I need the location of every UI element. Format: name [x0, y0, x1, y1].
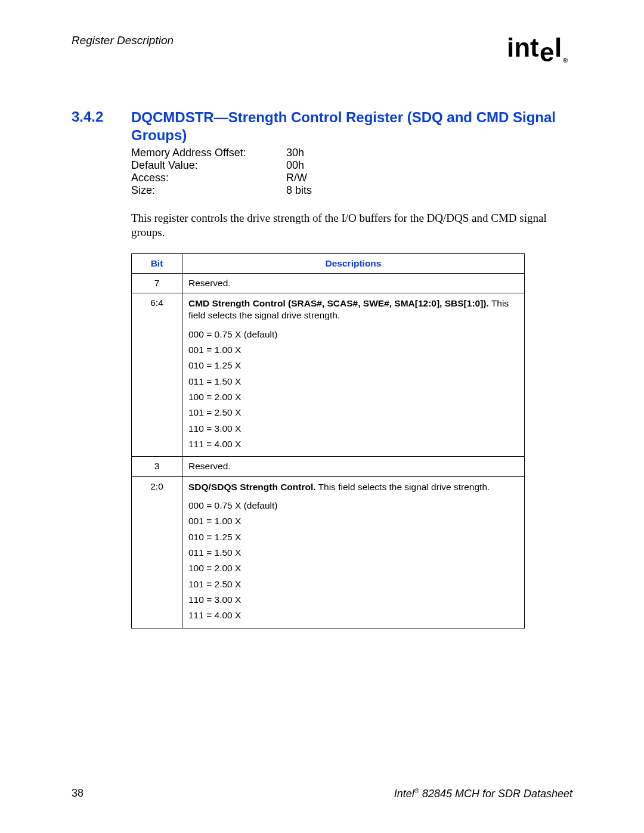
- value-line: 001 = 1.00 X: [188, 513, 518, 529]
- doc-prefix: Intel: [394, 788, 414, 800]
- section-number: 3.4.2: [72, 109, 131, 125]
- table-row: 7Reserved.: [132, 273, 525, 293]
- value-line: 001 = 1.00 X: [188, 342, 518, 358]
- bit-cell: 7: [132, 273, 182, 293]
- bit-cell: 2:0: [132, 476, 182, 628]
- table-header-bit: Bit: [132, 253, 182, 273]
- desc-cell: Reserved.: [182, 273, 525, 293]
- bit-description-table: Bit Descriptions 7Reserved.6:4CMD Streng…: [131, 253, 525, 628]
- value-line: 000 = 0.75 X (default): [188, 327, 518, 342]
- doc-suffix: 82845 MCH for SDR Datasheet: [419, 788, 572, 800]
- value-line: 011 = 1.50 X: [188, 374, 518, 389]
- value-line: 111 = 4.00 X: [188, 436, 518, 452]
- table-row: 3Reserved.: [132, 457, 525, 477]
- field-name: SDQ/SDQS Strength Control.: [188, 482, 316, 492]
- intel-logo: int e l ®: [507, 33, 572, 66]
- field-text: This field selects the signal drive stre…: [316, 482, 490, 492]
- value-line: 100 = 2.00 X: [188, 389, 518, 405]
- page-number: 38: [72, 787, 83, 800]
- info-row: Memory Address Offset: 30h: [131, 147, 572, 159]
- page-header: Register Description int e l ®: [72, 33, 572, 66]
- info-label: Size:: [131, 184, 286, 197]
- bit-cell: 3: [132, 457, 182, 477]
- info-label: Memory Address Offset:: [131, 147, 286, 159]
- registered-symbol: ®: [414, 787, 419, 794]
- desc-cell: CMD Strength Control (SRAS#, SCAS#, SWE#…: [182, 293, 525, 457]
- info-value: 30h: [286, 147, 304, 159]
- desc-cell: Reserved.: [182, 457, 525, 477]
- info-row: Default Value: 00h: [131, 159, 572, 172]
- svg-text:®: ®: [563, 57, 568, 64]
- doc-title: Intel® 82845 MCH for SDR Datasheet: [394, 787, 572, 800]
- register-info: Memory Address Offset: 30h Default Value…: [131, 147, 572, 197]
- value-line: 110 = 3.00 X: [188, 592, 518, 608]
- info-label: Default Value:: [131, 159, 286, 172]
- value-line: 101 = 2.50 X: [188, 577, 518, 592]
- register-description: This register controls the drive strengt…: [131, 211, 561, 240]
- svg-text:int: int: [507, 33, 539, 62]
- info-row: Size: 8 bits: [131, 184, 572, 197]
- section-title: DQCMDSTR—Strength Control Register (SDQ …: [131, 109, 572, 144]
- svg-text:l: l: [555, 33, 562, 62]
- value-line: 110 = 3.00 X: [188, 421, 518, 436]
- value-line: 100 = 2.00 X: [188, 561, 518, 576]
- value-line: 011 = 1.50 X: [188, 545, 518, 561]
- value-line: 000 = 0.75 X (default): [188, 498, 518, 513]
- svg-text:e: e: [540, 38, 554, 66]
- value-line: 101 = 2.50 X: [188, 405, 518, 420]
- info-value: 00h: [286, 159, 304, 172]
- info-value: R/W: [286, 172, 307, 184]
- table-row: 6:4CMD Strength Control (SRAS#, SCAS#, S…: [132, 293, 525, 457]
- desc-cell: SDQ/SDQS Strength Control. This field se…: [182, 476, 525, 628]
- section-heading: 3.4.2 DQCMDSTR—Strength Control Register…: [72, 109, 572, 144]
- info-row: Access: R/W: [131, 172, 572, 184]
- value-line: 010 = 1.25 X: [188, 529, 518, 545]
- field-name: CMD Strength Control (SRAS#, SCAS#, SWE#…: [188, 298, 489, 308]
- bit-cell: 6:4: [132, 293, 182, 457]
- info-label: Access:: [131, 172, 286, 184]
- page-footer: 38 Intel® 82845 MCH for SDR Datasheet: [72, 787, 572, 800]
- table-row: 2:0SDQ/SDQS Strength Control. This field…: [132, 476, 525, 628]
- page: Register Description int e l ® 3.4.2 DQC…: [0, 0, 644, 833]
- value-line: 111 = 4.00 X: [188, 608, 518, 623]
- chapter-title: Register Description: [72, 33, 174, 47]
- table-header-desc: Descriptions: [182, 253, 525, 273]
- info-value: 8 bits: [286, 184, 312, 197]
- value-line: 010 = 1.25 X: [188, 358, 518, 373]
